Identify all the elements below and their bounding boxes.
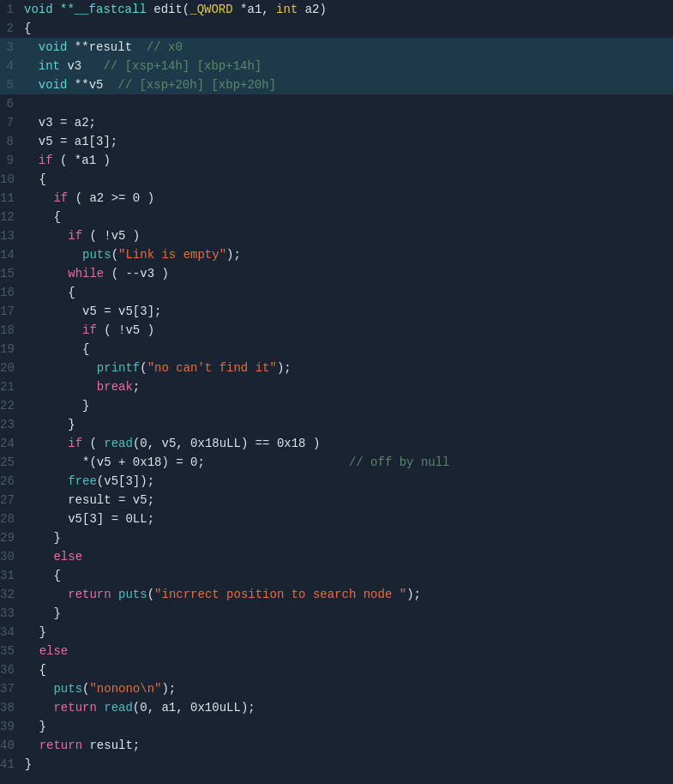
line-content: } [25, 623, 46, 642]
line-number: 9 [0, 151, 24, 170]
code-line: 38 return read(0, a1, 0x10uLL); [0, 698, 673, 717]
line-content: free(v5[3]); [25, 472, 154, 491]
code-line: 35 else [0, 642, 673, 660]
token [97, 701, 104, 715]
line-content: return read(0, a1, 0x10uLL); [25, 698, 255, 717]
line-number: 12 [0, 208, 25, 226]
token [25, 267, 68, 280]
token: else [39, 644, 69, 658]
token: return [53, 701, 96, 715]
line-number: 25 [0, 453, 25, 472]
code-line: 19 { [0, 340, 673, 359]
line-number: 37 [0, 679, 25, 698]
line-number: 1 [0, 0, 24, 19]
token: return [68, 588, 111, 601]
code-line: 37 puts("nonono\n"); [0, 679, 673, 698]
code-line: 22 } [0, 396, 673, 415]
token [25, 361, 97, 375]
token: int [24, 59, 60, 73]
token: { [25, 210, 61, 224]
token: } [25, 720, 46, 733]
token: (0, v5, 0x18uLL) == 0x18 ) [133, 437, 320, 450]
token: } [25, 625, 46, 639]
token: edit( [147, 3, 189, 16]
token: **v5 [67, 78, 117, 92]
token: ( *a1 ) [53, 154, 111, 167]
code-line: 16 { [0, 283, 673, 302]
line-number: 23 [0, 415, 25, 434]
token [25, 474, 68, 488]
line-number: 33 [0, 604, 25, 623]
token: { [25, 172, 46, 186]
token: } [25, 606, 61, 620]
line-number: 24 [0, 434, 25, 453]
line-number: 41 [0, 755, 25, 774]
token: free [68, 474, 97, 488]
code-line: 26 free(v5[3]); [0, 472, 673, 491]
token: while [68, 267, 104, 280]
token: read [104, 437, 133, 450]
token: ( [147, 588, 154, 601]
token [205, 455, 349, 469]
line-number: 13 [0, 226, 25, 245]
line-content: } [25, 755, 32, 774]
line-content: if ( *a1 ) [24, 151, 111, 170]
code-line: 17 v5 = v5[3]; [0, 302, 673, 321]
line-content: puts("nonono\n"); [25, 679, 176, 698]
line-content: { [25, 208, 61, 226]
token: **result [67, 40, 146, 54]
line-number: 18 [0, 321, 25, 340]
line-content: int v3 // [xsp+14h] [xbp+14h] [24, 57, 261, 75]
line-content: return puts("incrrect position to search… [25, 585, 421, 604]
line-content: } [25, 396, 90, 415]
line-content [24, 94, 31, 113]
token [25, 229, 68, 243]
token: result = v5; [25, 493, 154, 507]
line-number: 2 [0, 19, 24, 38]
token: return [39, 739, 82, 752]
line-number: 38 [0, 698, 25, 717]
code-line: 31 { [0, 566, 673, 585]
token: puts [53, 682, 82, 696]
line-number: 40 [0, 736, 25, 755]
token: } [25, 531, 61, 545]
token: result; [82, 739, 140, 752]
code-line: 11 if ( a2 >= 0 ) [0, 189, 673, 208]
token: v5 = a1[3]; [24, 135, 117, 148]
token: ( [140, 361, 147, 375]
token [25, 248, 82, 262]
line-content: { [25, 170, 46, 189]
line-content: void **v5 // [xsp+20h] [xbp+20h] [24, 75, 276, 94]
line-content: { [25, 340, 90, 359]
line-content: if ( read(0, v5, 0x18uLL) == 0x18 ) [25, 434, 321, 453]
code-line: 28 v5[3] = 0LL; [0, 510, 673, 528]
line-content: { [25, 566, 61, 585]
code-line: 32 return puts("incrrect position to sea… [0, 585, 673, 604]
code-line: 2{ [0, 19, 673, 38]
token [25, 739, 39, 752]
token: } [25, 757, 32, 771]
code-line: 21 break; [0, 377, 673, 396]
token: break [97, 380, 133, 394]
line-number: 30 [0, 547, 25, 566]
code-line: 18 if ( !v5 ) [0, 321, 673, 340]
token: int [276, 3, 297, 16]
token: "incrrect position to search node " [154, 588, 406, 601]
code-line: 8 v5 = a1[3]; [0, 132, 673, 151]
line-content: *(v5 + 0x18) = 0; // off by null [25, 453, 450, 472]
token: ( a2 >= 0 ) [68, 191, 154, 205]
line-number: 14 [0, 245, 25, 264]
token: ); [161, 682, 176, 696]
code-line: 12 { [0, 208, 673, 226]
line-content: if ( a2 >= 0 ) [25, 189, 154, 208]
code-line: 14 puts("Link is empty"); [0, 245, 673, 264]
token: void [24, 40, 67, 54]
line-number: 4 [0, 57, 24, 75]
token: { [25, 569, 61, 582]
line-number: 20 [0, 359, 25, 377]
token: a2) [297, 3, 327, 16]
code-line: 13 if ( !v5 ) [0, 226, 673, 245]
line-number: 11 [0, 189, 25, 208]
token [25, 701, 54, 715]
line-content: v5[3] = 0LL; [25, 510, 154, 528]
